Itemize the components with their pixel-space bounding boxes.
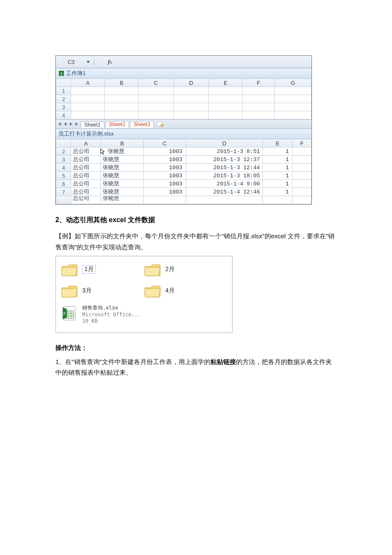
- col-header[interactable]: D: [173, 79, 208, 87]
- col-header[interactable]: D: [186, 139, 263, 147]
- cell[interactable]: 2015-1-3 12:44: [186, 164, 263, 172]
- table-row: 7 总公司 张晓慧 1003 2015-1-4 12:46 1: [56, 188, 311, 196]
- cell[interactable]: [293, 196, 311, 204]
- cell[interactable]: 1: [263, 172, 293, 180]
- cell[interactable]: [293, 188, 311, 196]
- row-header[interactable]: 7: [56, 188, 71, 196]
- cell[interactable]: 2015-1-3 8:51: [186, 147, 263, 156]
- name-box[interactable]: C3: [58, 59, 84, 65]
- cell[interactable]: 总公司: [71, 172, 101, 180]
- folder-icon: [61, 283, 78, 298]
- folder-item-month4[interactable]: 4月: [144, 283, 227, 298]
- col-header[interactable]: F: [293, 139, 311, 147]
- cell[interactable]: 总公司: [71, 188, 101, 196]
- cell[interactable]: 2015-1-3 18:05: [186, 172, 263, 180]
- cell[interactable]: 1: [263, 180, 293, 188]
- cell[interactable]: 总公司: [71, 180, 101, 188]
- cell[interactable]: [186, 196, 263, 204]
- col-header[interactable]: G: [275, 79, 311, 87]
- excel-file-icon: X: [58, 70, 64, 76]
- cell[interactable]: [293, 180, 311, 188]
- col-header[interactable]: B: [105, 79, 138, 87]
- sheet-tab-sheet3[interactable]: Sheet3: [130, 121, 154, 128]
- row-header[interactable]: 1: [56, 87, 71, 95]
- sheet-tab-sheet1[interactable]: Sheet1: [81, 121, 104, 128]
- table-row: 5 总公司 张晓慧 1003 2015-1-3 18:05 1: [56, 172, 311, 180]
- row-header[interactable]: 4: [56, 111, 71, 119]
- cell[interactable]: [144, 196, 186, 204]
- folder-icon: [61, 262, 78, 277]
- section-heading: 2、动态引用其他 excel 文件数据: [55, 216, 337, 225]
- cell[interactable]: 总公司: [71, 147, 101, 156]
- cell[interactable]: 2015-1-3 12:37: [186, 156, 263, 164]
- row-header[interactable]: 4: [56, 164, 71, 172]
- cell[interactable]: [293, 156, 311, 164]
- sheet-tab-sheet2[interactable]: Sheet2: [105, 121, 129, 128]
- folder-item-month3[interactable]: 3月: [61, 283, 144, 298]
- row-header[interactable]: 2: [56, 147, 71, 156]
- cell[interactable]: 1: [263, 188, 293, 196]
- cell[interactable]: [293, 147, 311, 156]
- name-box-dropdown-icon[interactable]: [86, 59, 91, 64]
- tab-nav-first-icon[interactable]: [57, 121, 62, 127]
- cell[interactable]: [293, 164, 311, 172]
- cell[interactable]: 1003: [144, 156, 186, 164]
- row-header[interactable]: 2: [56, 95, 71, 103]
- excel-screenshot: C3 ( fx X 工作簿1 A B C D E: [55, 55, 312, 205]
- cell[interactable]: 张晓慧: [101, 156, 144, 164]
- col-header[interactable]: A: [71, 79, 105, 87]
- cell[interactable]: 张晓慧: [101, 164, 144, 172]
- cell[interactable]: 总公司: [71, 196, 101, 204]
- cell[interactable]: 1: [263, 164, 293, 172]
- select-all-corner[interactable]: [56, 139, 71, 147]
- col-header[interactable]: B: [101, 139, 144, 147]
- row-header[interactable]: 3: [56, 156, 71, 164]
- tab-nav-last-icon[interactable]: [75, 121, 80, 127]
- cell[interactable]: 总公司: [71, 156, 101, 164]
- select-all-corner[interactable]: [56, 79, 71, 87]
- row-header[interactable]: [56, 196, 71, 204]
- cell[interactable]: 张晓慧: [101, 172, 144, 180]
- cell[interactable]: 1003: [144, 180, 186, 188]
- workbook1-title-bar: X 工作簿1: [56, 68, 311, 78]
- row-header[interactable]: 5: [56, 172, 71, 180]
- cell[interactable]: 1003: [144, 164, 186, 172]
- cell[interactable]: 1: [263, 147, 293, 156]
- folder-item-month1[interactable]: 1月: [61, 262, 144, 277]
- workbook1-title: 工作簿1: [66, 69, 86, 77]
- cell[interactable]: [263, 196, 293, 204]
- cell[interactable]: [293, 172, 311, 180]
- workbook2-title: 员工打卡计算示例.xlsx: [58, 130, 114, 138]
- new-sheet-icon[interactable]: [156, 121, 164, 127]
- tab-nav-next-icon[interactable]: [69, 121, 74, 127]
- cursor-pointer-icon: [100, 148, 106, 155]
- step-1: 1、在"销售查询"文件中新建各月份工作表，用上面学的粘贴链接的方法，把各月的数据…: [55, 356, 337, 378]
- col-header[interactable]: E: [263, 139, 293, 147]
- col-header[interactable]: E: [209, 79, 242, 87]
- col-header[interactable]: F: [242, 79, 275, 87]
- folder-label: 4月: [165, 287, 175, 295]
- workbook1-grid[interactable]: A B C D E F G 1 2 3 4: [56, 78, 311, 119]
- row-header[interactable]: 6: [56, 180, 71, 188]
- workbook2-grid[interactable]: A B C D E F 2 总公司 张晓慧 1003 2015-1-3 8:51…: [56, 139, 311, 204]
- cell[interactable]: 总公司: [71, 164, 101, 172]
- cell[interactable]: 张晓慧: [101, 196, 144, 204]
- folder-item-month2[interactable]: 2月: [144, 262, 227, 277]
- cell[interactable]: 1003: [144, 172, 186, 180]
- cell[interactable]: 张晓慧: [101, 147, 144, 156]
- cell[interactable]: 张晓慧: [101, 180, 144, 188]
- file-item-xlsx[interactable]: X 销售查询.xlsx Microsoft Office... 10 KB: [61, 305, 227, 325]
- tab-nav-prev-icon[interactable]: [63, 121, 68, 127]
- cell[interactable]: 2015-1-4 12:46: [186, 188, 263, 196]
- cell[interactable]: 2015-1-4 9:00: [186, 180, 263, 188]
- col-header[interactable]: A: [71, 139, 101, 147]
- cell[interactable]: 1003: [144, 147, 186, 156]
- cell[interactable]: 1: [263, 156, 293, 164]
- row-header[interactable]: 3: [56, 103, 71, 111]
- col-header[interactable]: C: [138, 79, 173, 87]
- cell[interactable]: 张晓慧: [101, 188, 144, 196]
- col-header[interactable]: C: [144, 139, 186, 147]
- fx-icon[interactable]: fx: [108, 58, 112, 65]
- cell[interactable]: 1003: [144, 188, 186, 196]
- file-app: Microsoft Office...: [82, 312, 141, 318]
